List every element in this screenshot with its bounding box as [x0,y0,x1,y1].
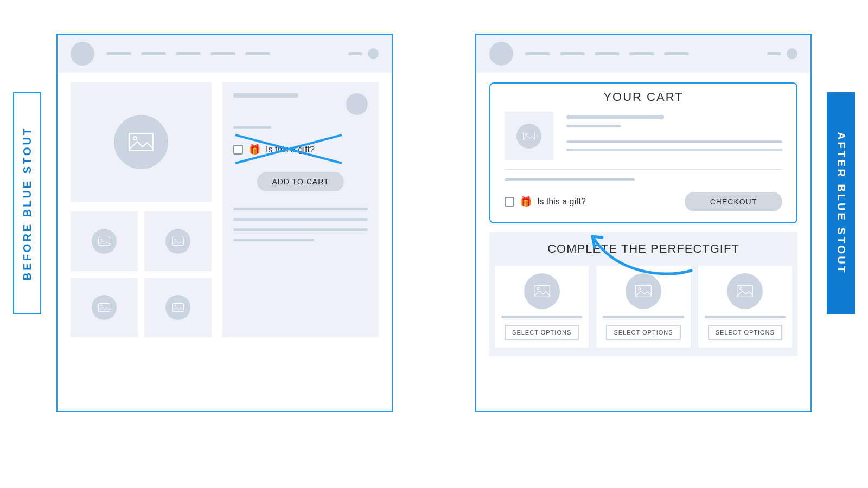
select-options-button[interactable]: SELECT OPTIONS [606,325,680,340]
svg-rect-2 [99,237,110,245]
image-icon [635,285,652,297]
svg-point-1 [133,137,137,140]
before-panel: 🎁 Is this a gift? ADD TO CART [56,34,393,412]
cart-item-image [505,112,553,160]
logo-placeholder [489,42,513,66]
image-icon [98,303,110,312]
select-options-label: SELECT OPTIONS [716,329,775,336]
gift-icon: 🎁 [520,196,532,208]
cart-item [505,112,782,160]
upsell-product: SELECT OPTIONS [495,266,589,348]
product-details-card: 🎁 Is this a gift? ADD TO CART [222,82,379,337]
thumbnail[interactable] [71,211,138,271]
select-options-label: SELECT OPTIONS [614,329,673,336]
add-to-cart-button[interactable]: ADD TO CART [257,172,344,191]
svg-point-7 [100,305,102,306]
upsell-section: COMPLETE THE PERFECTGIFT SELECT OPTIONS … [489,232,797,356]
svg-rect-8 [173,303,184,311]
after-tab: AFTER BLUE STOUT [827,92,855,314]
image-icon [172,303,184,312]
svg-rect-0 [129,133,153,151]
svg-rect-4 [173,237,184,245]
svg-rect-6 [99,303,110,311]
svg-point-13 [525,133,527,135]
gift-icon: 🎁 [248,144,260,156]
mock-header [476,35,810,73]
main-product-image [71,82,212,202]
thumbnail[interactable] [71,278,138,337]
svg-rect-16 [636,286,651,297]
product-gallery [71,82,212,337]
image-icon [129,133,154,151]
gift-checkbox[interactable] [233,145,243,155]
svg-rect-14 [534,286,549,297]
gift-checkbox[interactable] [505,197,514,207]
svg-rect-18 [737,286,752,297]
before-tab: BEFORE BLUE STOUT [13,92,41,314]
gift-question-text: Is this a gift? [266,145,315,155]
image-icon [523,132,535,140]
svg-point-5 [174,239,176,240]
svg-point-17 [639,288,641,290]
select-options-label: SELECT OPTIONS [512,329,571,336]
select-options-button[interactable]: SELECT OPTIONS [505,325,579,340]
thumbnail[interactable] [144,211,212,271]
cart-title: YOUR CART [505,90,782,104]
svg-point-19 [740,288,742,290]
after-label: AFTER BLUE STOUT [835,132,847,275]
upsell-product: SELECT OPTIONS [698,266,792,348]
add-to-cart-label: ADD TO CART [272,177,329,186]
upsell-title: COMPLETE THE PERFECTGIFT [495,242,792,256]
svg-rect-12 [524,132,535,140]
image-icon [98,237,110,246]
gift-option-row: 🎁 Is this a gift? [233,144,368,156]
svg-point-15 [537,288,539,290]
upsell-product: SELECT OPTIONS [596,266,690,348]
select-options-button[interactable]: SELECT OPTIONS [708,325,782,340]
svg-point-3 [100,239,102,240]
image-icon [737,285,753,297]
checkout-label: CHECKOUT [710,197,757,206]
image-icon [534,285,550,297]
cart-card: YOUR CART 🎁 Is this [489,82,797,223]
thumbnail[interactable] [144,278,212,337]
before-label: BEFORE BLUE STOUT [21,126,34,280]
divider [505,169,782,170]
logo-placeholder [71,42,94,66]
image-icon [172,237,184,246]
avatar-placeholder [346,93,368,115]
gift-option-row: 🎁 Is this a gift? [505,196,586,208]
svg-point-9 [174,305,176,306]
checkout-button[interactable]: CHECKOUT [685,192,782,211]
after-panel: YOUR CART 🎁 Is this [475,34,812,412]
gift-question-text: Is this a gift? [537,197,586,207]
mock-header [58,35,392,73]
